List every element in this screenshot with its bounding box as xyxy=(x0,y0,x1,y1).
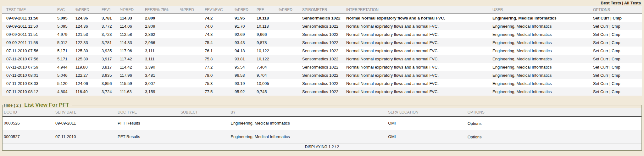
cell-pef: 10,122 xyxy=(257,55,279,63)
set-curr-cmp-links[interactable]: Set Curr | Cmp xyxy=(593,38,642,47)
cell-interpretation: Normal Normal expiratory flows and a nor… xyxy=(346,71,492,79)
cell-spirometer: Sensormedics 1022 xyxy=(302,14,346,22)
pft-table-row: 07-11-2010 07:56 5,171 125.30 3,935 117.… xyxy=(2,47,642,55)
set-curr-cmp-links[interactable]: Set Curr | Cmp xyxy=(593,79,642,87)
cell-pef: 10,005 xyxy=(257,79,279,87)
pft-table-row: 07-11-2010 08:12 4,804 116.40 3,724 111.… xyxy=(2,87,642,96)
set-curr-cmp-links[interactable]: Set Curr | Cmp xyxy=(593,14,642,22)
cell-pef: 7,404 xyxy=(257,63,279,71)
set-curr-cmp-links[interactable]: Set Curr | Cmp xyxy=(593,63,642,71)
col-options: OPTIONS xyxy=(593,6,642,14)
cell-fef-pred xyxy=(180,71,205,79)
cell-fef-pred xyxy=(180,63,205,71)
cell-by: Engineering, Medical Informatics xyxy=(229,130,387,143)
pft-table-row: 07-11-2010 07:56 5,171 125.30 3,917 117.… xyxy=(2,55,642,63)
col-fvc: FVC xyxy=(57,6,75,14)
cell-fvc-pred: 122.33 xyxy=(75,38,102,47)
cell-fvc: 4,804 xyxy=(57,87,75,96)
cell-serv-date: 07-11-2010 xyxy=(54,130,116,143)
cell-interpretation: Normal Normal expiratory flows and a nor… xyxy=(346,47,492,55)
cell-fef-pred xyxy=(180,55,205,63)
cell-fev1-fvc-pred: 93.19 xyxy=(235,79,257,87)
cell-fef25-75: 2,862 xyxy=(145,30,180,38)
cell-fef-pred xyxy=(180,87,205,96)
cell-fef-pred xyxy=(180,47,205,55)
cell-fef25-75: 3,111 xyxy=(145,55,180,63)
cell-interpretation: Normal Normal expiratory flows and a nor… xyxy=(346,38,492,47)
cell-pef: 9,666 xyxy=(257,30,279,38)
cell-fev1: 3,724 xyxy=(102,87,120,96)
cell-serv-date: 09-09-2011 xyxy=(54,116,116,130)
document-list-row: 0000527 07-11-2010 PFT Results Engineeri… xyxy=(3,130,641,143)
cell-test-time: 07-11-2010 08:12 xyxy=(2,87,57,96)
col-fev1-pred: %PRED xyxy=(120,6,145,14)
cell-doc-type: PFT Results xyxy=(116,130,179,143)
cell-interpretation: Normal Normal expiratory flows and a nor… xyxy=(346,87,492,96)
cell-fvc: 4,944 xyxy=(57,63,75,71)
cell-fev1-pred: 114.33 xyxy=(120,38,145,47)
options-link[interactable]: Options xyxy=(466,130,641,143)
cell-user: Engineering, Medical Informatics xyxy=(492,30,593,38)
hide-link[interactable]: Hide ( 2 ) xyxy=(4,103,21,108)
cell-test-time: 07-11-2010 07:56 xyxy=(2,55,57,63)
all-tests-link[interactable]: All Tests xyxy=(624,1,641,5)
col-list-options[interactable]: OPTIONS xyxy=(466,108,641,116)
set-curr-cmp-links[interactable]: Set Curr | Cmp xyxy=(593,87,642,96)
cell-fev1-pred: 114.33 xyxy=(120,14,145,22)
cell-fef-pred xyxy=(180,22,205,30)
cell-fev1-fvc: 75.3 xyxy=(205,79,235,87)
cell-fev1: 3,917 xyxy=(102,55,120,63)
cell-user: Engineering, Medical Informatics xyxy=(492,14,593,22)
cell-fev1-pred: 111.63 xyxy=(120,87,145,96)
cell-pef-pred xyxy=(279,14,302,22)
col-by[interactable]: BY xyxy=(229,108,387,116)
cell-user: Engineering, Medical Informatics xyxy=(492,38,593,47)
cell-interpretation: Normal Normal expiratory flows and a nor… xyxy=(346,79,492,87)
list-view-legend: Hide ( 2 ) List View For PFT xyxy=(3,102,72,108)
col-fev1: FEV1 xyxy=(102,6,120,14)
cell-fev1-fvc-pred: 95.54 xyxy=(235,63,257,71)
set-curr-cmp-links[interactable]: Set Curr | Cmp xyxy=(593,55,642,63)
cell-fev1-fvc: 74.8 xyxy=(205,30,235,38)
cell-spirometer: Sensormedics 1022 xyxy=(302,79,346,87)
set-curr-cmp-links[interactable]: Set Curr | Cmp xyxy=(593,22,642,30)
col-doc-id[interactable]: DOC ID xyxy=(3,108,54,116)
col-subject[interactable]: SUBJECT xyxy=(179,108,229,116)
set-curr-cmp-links[interactable]: Set Curr | Cmp xyxy=(593,47,642,55)
cell-fev1: 3,781 xyxy=(102,38,120,47)
cell-user: Engineering, Medical Informatics xyxy=(492,47,593,55)
cell-user: Engineering, Medical Informatics xyxy=(492,71,593,79)
list-header-row: DOC ID SERV DATE DOC TYPE SUBJECT BY SER… xyxy=(3,108,641,116)
pft-table-row: 07-11-2010 07:59 4,944 119.80 3,817 114.… xyxy=(2,63,642,71)
cell-fev1: 3,817 xyxy=(102,63,120,71)
list-view-fieldset: Hide ( 2 ) List View For PFT DOC ID SERV… xyxy=(2,102,642,151)
set-curr-cmp-links[interactable]: Set Curr | Cmp xyxy=(593,71,642,79)
cell-fev1-fvc-pred: 94.18 xyxy=(235,47,257,55)
cell-spirometer: Sensormedics 1022 xyxy=(302,55,346,63)
set-curr-cmp-links[interactable]: Set Curr | Cmp xyxy=(593,30,642,38)
col-serv-date[interactable]: SERV DATE xyxy=(54,108,116,116)
cell-fvc: 5,171 xyxy=(57,47,75,55)
cell-subject xyxy=(179,130,229,143)
cell-fev1-fvc: 77.5 xyxy=(205,87,235,96)
cell-fvc-pred: 125.30 xyxy=(75,47,102,55)
cell-doc-type: PFT Results xyxy=(116,116,179,130)
options-link[interactable]: Options xyxy=(466,116,641,130)
cell-fev1: 3,772 xyxy=(102,22,120,30)
cell-fev1-fvc-pred: 96.53 xyxy=(235,71,257,79)
top-link-bar: Best Tests|All Tests xyxy=(0,0,644,6)
cell-pef: 10,122 xyxy=(257,47,279,55)
best-tests-link[interactable]: Best Tests xyxy=(601,1,621,5)
col-doc-type[interactable]: DOC TYPE xyxy=(116,108,179,116)
cell-fef25-75: 2,966 xyxy=(145,38,180,47)
cell-pef-pred xyxy=(279,30,302,38)
cell-serv-location: OMI xyxy=(387,130,466,143)
pft-table-row: 07-11-2010 08:01 5,046 122.27 3,935 117.… xyxy=(2,71,642,79)
cell-fvc-pred: 122.27 xyxy=(75,71,102,79)
col-serv-location[interactable]: SERV LOCATION xyxy=(387,108,466,116)
pft-table-row: 09-09-2011 11:50 5,095 124.36 3,772 114.… xyxy=(2,22,642,30)
cell-fvc-pred: 121.53 xyxy=(75,30,102,38)
cell-fev1: 3,781 xyxy=(102,14,120,22)
cell-fef25-75: 3,111 xyxy=(145,47,180,55)
cell-spirometer: Sensormedics 1022 xyxy=(302,22,346,30)
